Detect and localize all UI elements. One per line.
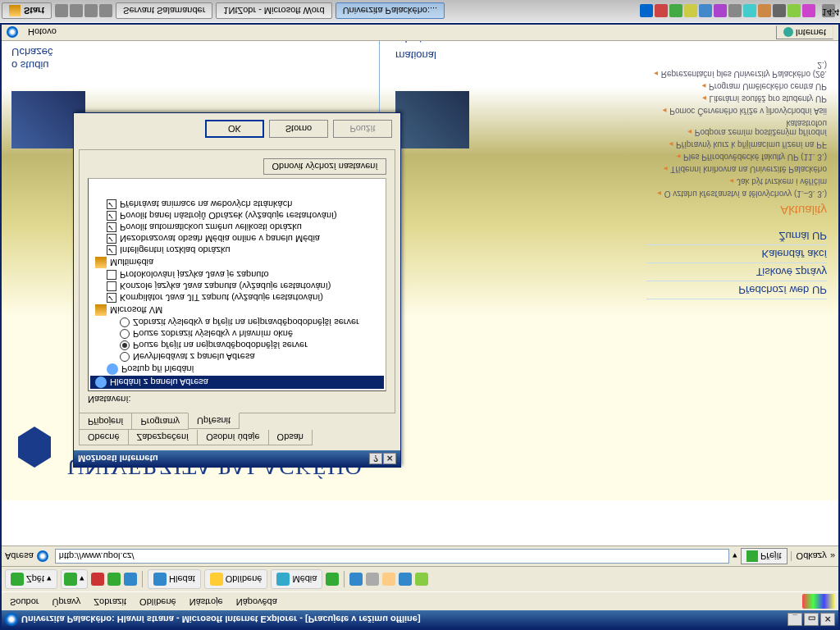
- news-item[interactable]: O vztahu křesťanství a tělovýchovy (1.–3…: [646, 188, 827, 200]
- chevron-icon[interactable]: »: [830, 551, 835, 561]
- tab-programs[interactable]: Programy: [131, 413, 189, 430]
- restore-defaults-button[interactable]: Obnovit výchozí nastavení: [263, 158, 386, 175]
- task-item[interactable]: 1NtZobr - Microsoft Word: [216, 3, 331, 20]
- checkbox-on[interactable]: [107, 222, 116, 232]
- tab-security[interactable]: Zabezpečení: [128, 430, 199, 445]
- tray-icon[interactable]: [773, 5, 786, 18]
- home-button[interactable]: [124, 573, 137, 586]
- close-button[interactable]: ✕: [820, 613, 835, 626]
- tree-check-logging[interactable]: Protokolování jazyka Java je zapnuto: [90, 269, 384, 281]
- tree-check-console[interactable]: Konzole jazyka Java zapnuta (vyžaduje re…: [90, 281, 384, 292]
- cancel-button[interactable]: Storno: [269, 120, 328, 138]
- close-button[interactable]: ✕: [383, 453, 396, 464]
- history-button[interactable]: [326, 573, 339, 586]
- tab-connections[interactable]: Připojení: [79, 413, 132, 430]
- ql-icon[interactable]: [70, 5, 83, 18]
- tree-group-msvm[interactable]: Microsoft VM: [90, 304, 384, 317]
- tray-icon[interactable]: [684, 5, 697, 18]
- news-item[interactable]: Pomoc Červeného kříže v jihovýchodní Asi…: [646, 105, 827, 117]
- tab-general[interactable]: Obecné: [79, 430, 129, 445]
- news-item[interactable]: Reprezentační ples Univerzity Palackého …: [646, 59, 827, 80]
- tree-check-animations[interactable]: Přehrávat animace na webových stránkách: [90, 199, 384, 210]
- tree-check-jit[interactable]: Kompilátor Java JIT zapnut (vyžaduje res…: [90, 292, 384, 304]
- tray-icon[interactable]: [802, 5, 815, 18]
- address-input[interactable]: [55, 549, 729, 564]
- maximize-button[interactable]: ▭: [804, 613, 819, 626]
- tree-group-search-proc[interactable]: Postup při hledání: [90, 363, 384, 376]
- tree-radio-go-likely[interactable]: Pouze přejít na nejpravděpodobnější serv…: [90, 340, 384, 351]
- heading-uchazec[interactable]: Uchazeč: [11, 46, 53, 58]
- tree-group-multimedia[interactable]: Multimédia: [90, 256, 384, 269]
- mail-button[interactable]: [349, 573, 363, 586]
- tree-radio-no-search[interactable]: Nevyhledávat z panelu Adresa: [90, 351, 384, 363]
- search-button[interactable]: Hledat: [148, 569, 201, 589]
- news-item[interactable]: Literární soutěž pro studenty UP: [646, 93, 827, 105]
- tree-radio-show-main[interactable]: Pouze zobrazit výsledky v hlavním okně: [90, 328, 384, 340]
- help-button[interactable]: ?: [369, 453, 382, 464]
- menu-tools[interactable]: Nástroje: [185, 594, 228, 609]
- go-button[interactable]: Přejít: [741, 548, 788, 564]
- stop-button[interactable]: [91, 573, 104, 586]
- link-students[interactable]: udents: [395, 41, 427, 45]
- checkbox-on[interactable]: [107, 234, 116, 244]
- tray-icon[interactable]: [655, 5, 668, 18]
- edit-button[interactable]: [382, 573, 395, 586]
- minimize-button[interactable]: _: [788, 613, 802, 626]
- ql-icon[interactable]: [84, 5, 98, 18]
- tray-icon[interactable]: [640, 5, 653, 18]
- radio-off[interactable]: [120, 317, 130, 327]
- tray-icon[interactable]: [699, 5, 712, 18]
- settings-tree[interactable]: Hledání z panelu Adresa Postup při hledá…: [88, 178, 386, 391]
- discuss-button[interactable]: [399, 573, 412, 586]
- news-item[interactable]: Přípravný kurz k přijímacímu řízení na P…: [646, 139, 827, 151]
- news-item[interactable]: Ples Přírodovědecké fakulty UP (11. 3.): [646, 151, 827, 163]
- news-item[interactable]: Program Uměleckého centra UP: [646, 80, 827, 93]
- checkbox-on[interactable]: [107, 199, 116, 209]
- tree-radio-show-and-go[interactable]: Zobrazit výsledky a přejít na nejpravděp…: [90, 317, 384, 328]
- ql-icon[interactable]: [55, 5, 68, 18]
- menu-help[interactable]: Nápověda: [231, 594, 282, 609]
- favorites-button[interactable]: Oblíbené: [204, 569, 268, 589]
- ok-button[interactable]: OK: [205, 120, 264, 138]
- checkbox-off[interactable]: [107, 281, 116, 291]
- menu-file[interactable]: Soubor: [5, 594, 43, 609]
- back-button[interactable]: Zpět ▾: [5, 569, 57, 589]
- tray-icon[interactable]: [788, 5, 801, 18]
- start-button[interactable]: Start: [2, 3, 52, 20]
- task-item[interactable]: Servant Salamander: [116, 3, 212, 20]
- apply-button[interactable]: Použít: [333, 120, 392, 138]
- link-prev-web[interactable]: Předchozí web UP: [646, 281, 827, 299]
- checkbox-on[interactable]: [107, 293, 116, 303]
- radio-off[interactable]: [120, 329, 130, 339]
- news-item[interactable]: Třídenní knihovna na Univerzitě Palackéh…: [646, 163, 827, 176]
- menu-favorites[interactable]: Oblíbené: [135, 594, 181, 609]
- clock[interactable]: 14:42: [822, 5, 835, 18]
- tab-privacy[interactable]: Osobní údaje: [197, 430, 268, 445]
- checkbox-on[interactable]: [107, 245, 116, 255]
- tray-icon[interactable]: [714, 5, 727, 18]
- tray-icon[interactable]: [758, 5, 771, 18]
- print-button[interactable]: [366, 573, 379, 586]
- links-label[interactable]: Odkazy: [791, 551, 827, 561]
- forward-button[interactable]: ▾: [61, 569, 88, 589]
- checkbox-off[interactable]: [107, 270, 116, 280]
- tray-icon[interactable]: [669, 5, 682, 18]
- menu-view[interactable]: Zobrazit: [89, 594, 131, 609]
- tree-check-media-content[interactable]: Nezobrazovat obsah Média online v panelu…: [90, 233, 384, 244]
- dropdown-icon[interactable]: ▾: [733, 551, 737, 562]
- tree-check-img-toolbar[interactable]: Povolit panel nástrojů Obrázek (vyžaduje…: [90, 210, 384, 221]
- tab-content[interactable]: Obsah: [268, 430, 313, 445]
- link-journal[interactable]: Žurnál UP: [646, 227, 827, 245]
- tray-icon[interactable]: [743, 5, 756, 18]
- ql-icon[interactable]: [99, 5, 112, 18]
- tree-group-address-search[interactable]: Hledání z panelu Adresa: [90, 376, 384, 389]
- news-item[interactable]: Podpora zemím postiženým přírodní katast…: [646, 117, 827, 139]
- heading-studium[interactable]: o studiu: [11, 59, 49, 71]
- checkbox-on[interactable]: [107, 211, 116, 221]
- tray-icon[interactable]: [728, 5, 742, 18]
- radio-off[interactable]: [120, 352, 130, 362]
- task-item-active[interactable]: Univerzita Palackého:...: [336, 3, 445, 20]
- menu-edit[interactable]: Úpravy: [47, 594, 85, 609]
- messenger-button[interactable]: [415, 573, 428, 586]
- link-calendar[interactable]: Kalendář akcí: [646, 245, 827, 263]
